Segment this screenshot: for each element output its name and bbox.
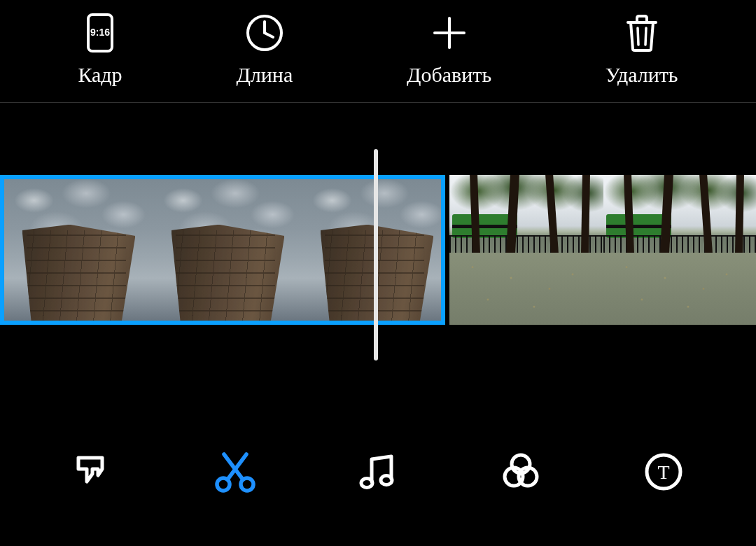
svg-point-13 — [361, 479, 372, 488]
length-label: Длина — [236, 63, 293, 87]
trash-icon — [624, 13, 660, 53]
svg-line-3 — [265, 33, 273, 37]
phone-aspect-icon: 9:16 — [86, 13, 114, 53]
music-tab[interactable] — [346, 444, 410, 500]
delete-label: Удалить — [606, 63, 678, 87]
clip-thumbnail — [449, 175, 603, 325]
overlap-circles-icon — [500, 451, 542, 492]
clip-thumbnail — [153, 179, 302, 321]
aspect-badge-text: 9:16 — [90, 27, 110, 38]
music-note-icon — [358, 451, 398, 493]
text-tab[interactable]: T — [632, 444, 695, 500]
bottom-tab-bar: T — [0, 444, 756, 500]
plus-icon — [429, 13, 470, 53]
svg-line-11 — [227, 454, 246, 479]
timeline-area[interactable] — [0, 103, 756, 418]
timeline-strip[interactable] — [0, 175, 756, 325]
playhead[interactable] — [374, 149, 378, 360]
svg-point-14 — [381, 476, 392, 485]
text-circle-icon: T — [643, 451, 684, 492]
clip-thumbnail — [4, 179, 153, 321]
svg-text:T: T — [657, 461, 669, 483]
timeline-clip[interactable] — [0, 175, 445, 325]
frame-label: Кадр — [78, 63, 122, 87]
scissors-icon — [213, 450, 258, 493]
svg-line-7 — [638, 28, 638, 45]
trim-tab[interactable] — [204, 444, 267, 500]
delete-button[interactable]: Удалить — [606, 13, 678, 87]
add-label: Добавить — [407, 63, 491, 87]
style-tab[interactable] — [61, 444, 124, 500]
frame-aspect-button[interactable]: 9:16 Кадр — [78, 13, 122, 87]
svg-line-12 — [224, 454, 243, 479]
length-button[interactable]: Длина — [236, 13, 293, 87]
clip-thumbnail — [603, 175, 756, 325]
brush-icon — [71, 451, 113, 493]
add-button[interactable]: Добавить — [407, 13, 491, 87]
svg-line-8 — [645, 28, 646, 45]
clock-icon — [244, 13, 285, 53]
filter-tab[interactable] — [489, 444, 552, 500]
timeline-clip[interactable] — [449, 175, 756, 325]
top-toolbar: 9:16 Кадр Длина Добавить — [0, 0, 756, 103]
